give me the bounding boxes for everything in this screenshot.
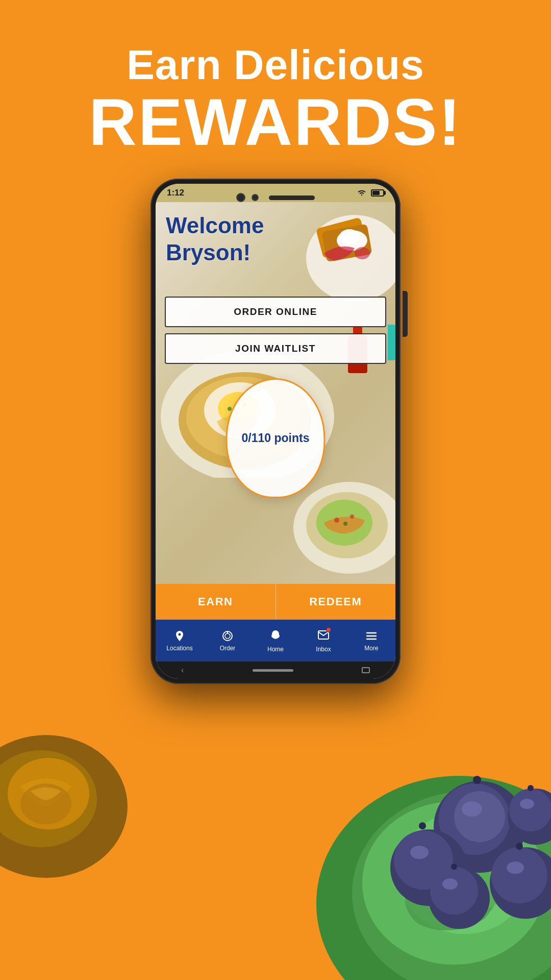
svg-point-28 — [528, 785, 534, 791]
svg-point-10 — [454, 791, 505, 842]
nav-item-locations[interactable]: Locations — [156, 620, 204, 662]
phone-screen: 1:12 — [156, 184, 395, 679]
android-nav-bar: ‹ — [156, 662, 395, 679]
svg-point-24 — [451, 864, 457, 870]
svg-point-19 — [507, 862, 524, 874]
earn-button[interactable]: EARN — [156, 584, 276, 620]
battery-icon — [371, 189, 384, 197]
nav-item-more[interactable]: More — [347, 620, 395, 662]
nav-item-order[interactable]: Order — [204, 620, 252, 662]
svg-point-34 — [355, 247, 370, 259]
phone-camera-area — [236, 193, 315, 202]
welcome-section: Welcome Bryson! — [166, 212, 264, 266]
earn-delicious-text: Earn Delicious — [0, 41, 551, 89]
svg-point-27 — [520, 799, 534, 809]
nav-label-inbox: Inbox — [316, 646, 331, 653]
wifi-icon — [357, 189, 367, 197]
blueberries-decoration — [378, 725, 551, 929]
svg-point-23 — [442, 878, 458, 890]
nav-label-locations: Locations — [166, 645, 192, 652]
status-time: 1:12 — [167, 188, 184, 198]
svg-point-26 — [509, 789, 551, 831]
rewards-circle: 0/110 points — [226, 378, 325, 498]
svg-point-12 — [473, 776, 481, 784]
welcome-line2: Bryson! — [166, 239, 264, 266]
nav-label-more: More — [364, 645, 378, 652]
location-pin-icon — [173, 630, 186, 642]
svg-point-16 — [419, 822, 426, 829]
svg-point-33 — [339, 229, 360, 244]
nav-item-home[interactable]: Home — [252, 620, 299, 662]
speaker-bar — [269, 195, 315, 200]
nav-label-order: Order — [220, 645, 236, 652]
svg-point-22 — [430, 867, 478, 915]
points-display: 0/110 points — [242, 431, 310, 445]
join-waitlist-button[interactable]: JOIN WAITLIST — [165, 333, 386, 364]
nav-label-home: Home — [267, 646, 284, 653]
earn-redeem-section: EARN REDEEM — [156, 584, 395, 620]
action-buttons-section: ORDER ONLINE JOIN WAITLIST — [165, 297, 386, 364]
bookmark-tab[interactable] — [388, 325, 395, 360]
header-section: Earn Delicious REWARDS! — [0, 41, 551, 155]
svg-point-48 — [343, 522, 347, 526]
food-visual-top — [273, 202, 395, 309]
notification-dot — [326, 627, 331, 632]
chef-icon — [268, 629, 283, 643]
phone-wrapper: 1:12 — [151, 179, 400, 684]
svg-point-47 — [350, 514, 354, 519]
status-icons — [357, 189, 384, 197]
order-online-button[interactable]: ORDER ONLINE — [165, 297, 386, 327]
walnut-decoration — [0, 704, 133, 878]
rewards-text: REWARDS! — [0, 89, 551, 155]
side-button — [403, 291, 408, 337]
camera-dot-1 — [236, 193, 245, 202]
svg-point-15 — [410, 846, 429, 859]
svg-point-46 — [334, 518, 339, 523]
svg-point-54 — [273, 631, 278, 635]
redeem-button[interactable]: REDEEM — [276, 584, 396, 620]
recents-button[interactable] — [362, 667, 370, 673]
camera-dot-2 — [252, 194, 259, 201]
menu-lines-icon — [365, 630, 378, 642]
svg-point-18 — [491, 847, 547, 903]
back-arrow-icon[interactable]: ‹ — [181, 666, 184, 675]
bag-icon — [221, 630, 234, 642]
nav-item-inbox[interactable]: Inbox — [299, 620, 347, 662]
bottom-nav: Locations Order — [156, 620, 395, 662]
svg-point-20 — [516, 843, 523, 850]
home-pill[interactable] — [253, 669, 293, 672]
app-content: Welcome Bryson! ORDER ONLINE JOIN WAITLI… — [156, 202, 395, 620]
phone-shell: 1:12 — [151, 179, 400, 684]
svg-point-11 — [462, 801, 482, 817]
welcome-line1: Welcome — [166, 212, 264, 239]
svg-point-50 — [225, 633, 230, 639]
